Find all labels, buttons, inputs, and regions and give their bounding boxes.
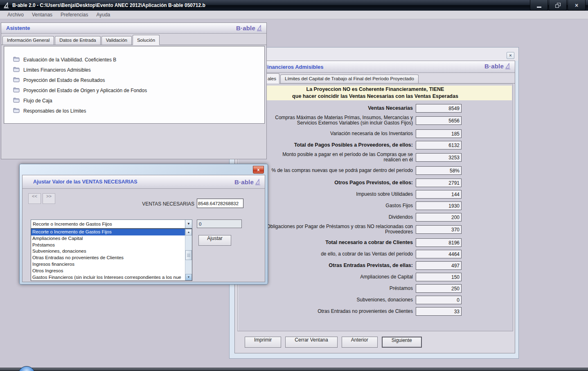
field-value-box: 150 (416, 273, 462, 281)
field-value-box: 497 (416, 261, 462, 270)
button-anterior[interactable]: Anterior (342, 337, 378, 348)
field-label: Compras Máximas de Materias Primas, Insu… (265, 115, 413, 126)
button-imprimir[interactable]: Imprimir (245, 337, 281, 348)
droplist-item-gastos-financieros-sin-incluir-los-inter[interactable]: Gastos Financieros (sin incluir los Inte… (31, 274, 185, 281)
scroll-down-icon[interactable]: ▼ (185, 274, 192, 281)
tab-validacion[interactable]: Validación (101, 36, 132, 45)
droplist-item-otras-entradas-no-provenientes-de-client[interactable]: Otras Entradas no provenientes de Client… (31, 255, 185, 261)
desktop: B-able 2.0 - C:\Users\Benja\Desktop\Even… (0, 0, 588, 371)
bable-sail-icon (257, 25, 262, 32)
amount-input[interactable] (197, 219, 242, 228)
folder-icon (13, 77, 20, 84)
droplist-item-recorte-o-incremento-de-gastos-fijos[interactable]: Recorte o Incremento de Gastos Fijos (31, 229, 185, 235)
scrollbar-thumb[interactable] (185, 250, 192, 260)
list-item-proyeccion-del-estado-de-resultados[interactable]: Proyección del Estado de Resultados (4, 75, 264, 85)
start-orb[interactable] (18, 366, 35, 371)
field-value-box: 8549 (416, 104, 462, 113)
minimize-icon (537, 7, 541, 8)
app-titlebar: B-able 2.0 - C:\Users\Benja\Desktop\Even… (0, 0, 588, 11)
limites-window: × Límites Financieros Admisibles B·able … (229, 47, 519, 359)
field-value-box: 8196 (416, 238, 462, 247)
droplist-item-subveniones-donaciones[interactable]: Subveniones, donaciones (31, 248, 185, 255)
limites-header: Límites Financieros Admisibles B·able (235, 61, 515, 73)
field-value-box: 200 (416, 213, 462, 222)
bable-logo: B·able (236, 25, 262, 32)
menu-bar: ArchivoVentanasPreferenciasAyuda (0, 11, 588, 19)
limites-close-button[interactable]: × (507, 52, 514, 59)
droplist-item-otros-ingresos[interactable]: Otros Ingresos (31, 268, 185, 274)
combobox-value: Recorte o Incremento de Gastos Fijos (31, 220, 185, 228)
restore-button[interactable] (549, 0, 567, 11)
list-item-evaluacion-de-la-viabilidad-coeficientes[interactable]: Evaluación de la Viabilidad. Coeficiente… (4, 54, 264, 65)
droplist-item-ingresos-financieros[interactable]: Ingresos financieros (31, 261, 185, 268)
folder-icon (13, 66, 20, 74)
field-value-box: 185 (416, 129, 462, 138)
bable-sail-icon (505, 63, 511, 70)
limites-inner-panel: Límites Financieros Admisibles B·able al… (234, 61, 515, 353)
limites-window-titlebar: × (230, 48, 518, 61)
dialog-close-button[interactable]: x (253, 166, 264, 174)
dialog-header: Ajustar Valor de las VENTAS NECESARIAS B… (23, 175, 265, 189)
field-label: Impuesto sobre Utilidades (265, 192, 413, 197)
field-row-ampliaciones-de-capital: Ampliaciones de Capital150 (238, 272, 513, 281)
field-row-otras-entradas-previstas-de-ellas: Otras Entradas Previstas, de ellas:497 (238, 261, 513, 270)
bable-logo-text: B·able (234, 179, 254, 186)
field-label: Otras Entradas Previstas, de ellas: (265, 263, 413, 268)
field-row-variacion-necesaria-de-los-inventarios: Variación necesaria de los Inventarios18… (238, 129, 513, 138)
tab-informacion-general[interactable]: Información General (2, 36, 54, 45)
button-cerrar-ventana[interactable]: Cerrar Ventana (285, 337, 337, 348)
combobox-dropdown-icon[interactable]: ▼ (185, 220, 192, 228)
field-row-otras-entradas-no-provenientes-de-client: Otras Entradas no provenientes de Client… (238, 307, 513, 316)
menu-archivo[interactable]: Archivo (3, 11, 28, 18)
button-siguiente[interactable]: Siguiente (382, 337, 422, 348)
droplist-item-ampliaciones-de-capital[interactable]: Ampliaciones de Capital (31, 235, 185, 242)
tab-datos-de-entrada[interactable]: Datos de Entrada (55, 36, 101, 45)
next-button[interactable]: >> (43, 193, 55, 204)
tab-limites-capital-trabajo[interactable]: Límites del Capital de Trabajo al Final … (280, 75, 419, 83)
ajustar-dialog-body: Ajustar Valor de las VENTAS NECESARIAS B… (22, 175, 265, 282)
list-item-limites-financieros-admisibles[interactable]: Límites Financieros Admisibles (4, 65, 264, 75)
field-label: Total de Pagos Posibles a Proveedores, d… (265, 143, 413, 148)
field-rows: Ventas Necesarias8549Compras Máximas de … (238, 104, 513, 316)
field-value-box: 2791 (416, 179, 462, 187)
minimize-button[interactable] (530, 0, 548, 11)
folder-icon (13, 107, 20, 115)
field-label: Dividendos (265, 215, 413, 220)
field-label: Obligaciones por Pagar de Préstamos y ot… (265, 224, 413, 235)
field-value-box: 33 (416, 307, 462, 316)
list-item-proyeccion-del-estado-de-origen-y-aplica[interactable]: Proyección del Estado de Origen y Aplica… (4, 85, 264, 95)
list-item-label: Evaluación de la Viabilidad. Coeficiente… (23, 57, 116, 63)
droplist-scrollbar[interactable]: ▲▼ (185, 229, 192, 281)
menu-ventanas[interactable]: Ventanas (28, 11, 56, 18)
list-item-label: Proyección del Estado de Origen y Aplica… (23, 88, 147, 93)
bable-logo-text: B·able (236, 25, 255, 32)
scroll-up-icon[interactable]: ▲ (185, 229, 192, 235)
ajustar-button[interactable]: Ajustar (198, 235, 231, 246)
list-item-label: Flujo de Caja (23, 98, 52, 104)
field-label: Otras Entradas no provenientes de Client… (265, 309, 413, 314)
ajuste-combobox[interactable]: Recorte o Incremento de Gastos Fijos ▼ (31, 219, 192, 228)
limites-content: La Proyeccion NO es Coherente Financiera… (237, 84, 513, 331)
field-value-box: 3253 (416, 153, 462, 162)
bable-logo: B·able (234, 179, 261, 186)
small-close-icon: × (509, 53, 511, 58)
field-row-ventas-necesarias: Ventas Necesarias8549 (238, 104, 513, 113)
field-value-box: 144 (416, 190, 462, 199)
field-row-dividendos: Dividendos200 (238, 213, 513, 222)
droplist-item-prestamos[interactable]: Préstamos (31, 242, 185, 249)
field-label: % de las compras nuevas que se podrá pag… (265, 168, 413, 173)
list-item-flujo-de-caja[interactable]: Flujo de Caja (4, 95, 264, 106)
tab-solucion[interactable]: Solución (133, 35, 160, 45)
menu-preferencias[interactable]: Preferencias (56, 11, 92, 18)
ventas-necesarias-input[interactable] (197, 199, 243, 208)
close-button[interactable]: × (568, 0, 586, 11)
list-item-responsables-de-los-limites[interactable]: Responsables de los Límites (4, 106, 264, 116)
taskbar (0, 368, 588, 371)
menu-ayuda[interactable]: Ayuda (92, 11, 114, 18)
combobox-droplist: Recorte o Incremento de Gastos FijosAmpl… (31, 228, 192, 281)
folder-icon (13, 56, 20, 63)
prev-button[interactable]: << (28, 193, 41, 204)
folder-icon (13, 97, 20, 104)
bable-sail-icon (255, 179, 261, 186)
field-label: Subveniones, donaciones (265, 297, 413, 303)
